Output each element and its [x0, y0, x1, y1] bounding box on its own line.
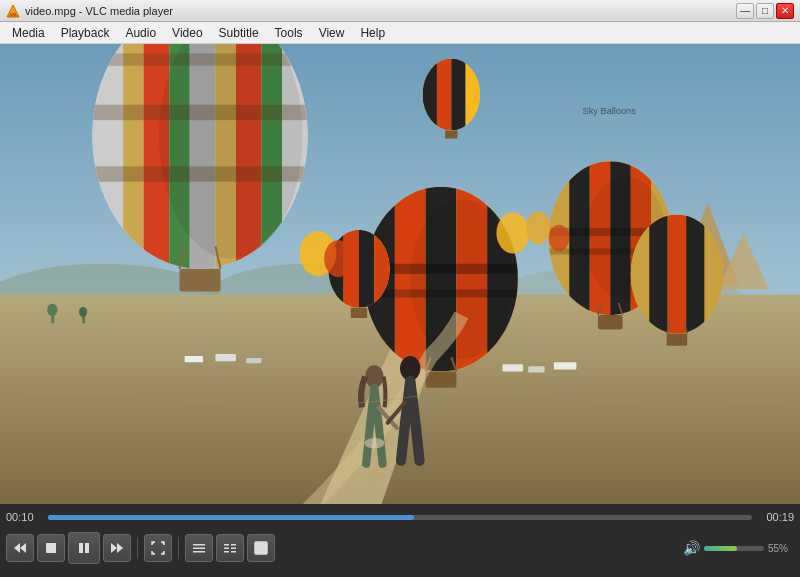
svg-rect-117 [224, 551, 229, 553]
volume-area: 🔊 55% [683, 540, 794, 556]
menu-item-tools[interactable]: Tools [267, 23, 311, 43]
close-button[interactable]: ✕ [776, 3, 794, 19]
svg-rect-112 [193, 551, 205, 553]
time-current: 00:10 [6, 511, 42, 523]
svg-point-91 [496, 212, 529, 253]
progress-track[interactable] [48, 515, 752, 520]
menu-item-audio[interactable]: Audio [117, 23, 164, 43]
minimize-button[interactable]: — [736, 3, 754, 19]
playlist-button[interactable] [185, 534, 213, 562]
svg-rect-118 [231, 551, 236, 553]
svg-rect-115 [224, 548, 229, 550]
title-bar: video.mpg - VLC media player — □ ✕ [0, 0, 800, 22]
controls-row: 🔊 55% [6, 528, 794, 568]
svg-rect-79 [667, 333, 688, 345]
svg-marker-104 [20, 543, 26, 553]
right-controls: 🔊 55% [683, 540, 794, 556]
svg-rect-88 [351, 308, 367, 318]
svg-rect-111 [193, 548, 205, 550]
svg-rect-107 [85, 543, 89, 553]
svg-marker-109 [117, 543, 123, 553]
volume-slider[interactable] [704, 546, 764, 551]
svg-rect-105 [46, 543, 56, 553]
svg-point-14 [47, 304, 57, 316]
menu-item-subtitle[interactable]: Subtitle [211, 23, 267, 43]
time-total: 00:19 [758, 511, 794, 523]
svg-rect-48 [426, 371, 457, 387]
svg-rect-110 [193, 544, 205, 546]
svg-rect-19 [246, 358, 261, 363]
svg-rect-113 [224, 544, 229, 546]
scene-svg: Sky Balloons [0, 44, 800, 504]
svg-rect-116 [231, 548, 236, 550]
svg-point-92 [526, 211, 551, 244]
volume-fill [704, 546, 737, 551]
svg-rect-86 [359, 230, 374, 308]
menu-bar: MediaPlaybackAudioVideoSubtitleToolsView… [0, 22, 800, 44]
svg-rect-69 [451, 59, 465, 131]
svg-rect-35 [179, 269, 220, 292]
svg-point-90 [324, 240, 353, 277]
stop-button[interactable] [37, 534, 65, 562]
progress-fill [48, 515, 414, 520]
svg-point-16 [79, 307, 87, 317]
svg-rect-17 [185, 356, 203, 362]
play-pause-button[interactable] [68, 532, 100, 564]
vlc-icon [6, 4, 20, 18]
menu-item-video[interactable]: Video [164, 23, 210, 43]
svg-rect-68 [437, 59, 451, 131]
left-controls [6, 532, 275, 564]
svg-rect-75 [649, 215, 667, 334]
window-title: video.mpg - VLC media player [25, 5, 173, 17]
skip-backward-button[interactable] [6, 534, 34, 562]
svg-rect-119 [255, 542, 267, 554]
svg-marker-103 [14, 543, 20, 553]
svg-rect-101 [528, 366, 544, 372]
menu-item-media[interactable]: Media [4, 23, 53, 43]
menu-item-view[interactable]: View [311, 23, 353, 43]
control-bar: 00:10 00:19 [0, 504, 800, 577]
volume-icon[interactable]: 🔊 [683, 540, 700, 556]
svg-point-47 [410, 199, 513, 359]
menu-item-playback[interactable]: Playback [53, 23, 118, 43]
video-canvas: Sky Balloons [0, 44, 800, 504]
svg-rect-71 [445, 130, 457, 138]
frame-button[interactable] [247, 534, 275, 562]
volume-level: 55% [768, 543, 794, 554]
skip-forward-button[interactable] [103, 534, 131, 562]
title-bar-controls: — □ ✕ [736, 3, 794, 19]
fullscreen-button[interactable] [144, 534, 172, 562]
video-area[interactable]: Sky Balloons [0, 44, 800, 504]
svg-rect-114 [231, 544, 236, 546]
svg-rect-76 [668, 215, 686, 334]
svg-rect-18 [215, 354, 236, 361]
extended-settings-button[interactable] [216, 534, 244, 562]
svg-rect-2 [9, 15, 17, 17]
title-bar-left: video.mpg - VLC media player [6, 4, 173, 18]
svg-text:Sky Balloons: Sky Balloons [583, 106, 637, 116]
progress-area: 00:10 00:19 [6, 508, 794, 526]
svg-rect-77 [686, 215, 704, 334]
svg-point-96 [364, 438, 385, 448]
svg-rect-102 [554, 362, 577, 369]
svg-rect-62 [598, 315, 623, 329]
svg-rect-1 [10, 13, 16, 15]
svg-marker-108 [111, 543, 117, 553]
svg-rect-100 [503, 364, 524, 371]
menu-item-help[interactable]: Help [352, 23, 393, 43]
svg-point-93 [549, 225, 570, 252]
maximize-button[interactable]: □ [756, 3, 774, 19]
svg-rect-106 [79, 543, 83, 553]
